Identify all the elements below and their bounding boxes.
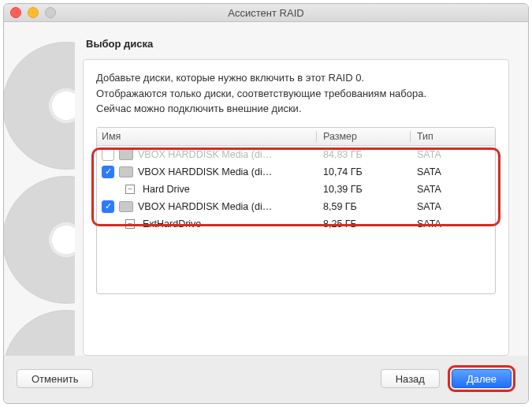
- hard-disk-icon: [119, 166, 133, 177]
- disk-type: SATA: [410, 149, 495, 160]
- close-icon[interactable]: [10, 7, 21, 18]
- titlebar: Ассистент RAID: [4, 4, 528, 22]
- hard-disk-icon: [119, 201, 133, 212]
- disk-type: SATA: [410, 166, 495, 177]
- disk-name: ExtHardDrive: [143, 218, 201, 230]
- disk-size: 10,74 ГБ: [316, 166, 410, 177]
- disk-name: VBOX HARDDISK Media (di…: [138, 166, 272, 177]
- disk-checkbox[interactable]: [102, 166, 114, 178]
- disk-size: 84,83 ГБ: [316, 149, 410, 160]
- disk-checkbox: [102, 148, 114, 161]
- back-button[interactable]: Назад: [381, 369, 440, 388]
- disk-size: 8,25 ГБ: [316, 218, 410, 230]
- disk-type: SATA: [410, 184, 495, 195]
- disk-name: VBOX HARDDISK Media (di…: [138, 149, 272, 160]
- collapse-icon[interactable]: –: [125, 219, 135, 229]
- main-panel: Добавьте диски, которые нужно включить в…: [83, 59, 509, 356]
- footer: Отменить Назад Далее: [4, 356, 528, 403]
- next-button[interactable]: Далее: [452, 369, 512, 388]
- intro-text: Добавьте диски, которые нужно включить в…: [96, 71, 496, 118]
- window-title: Ассистент RAID: [228, 7, 303, 19]
- disk-type: SATA: [410, 201, 495, 212]
- disk-name: VBOX HARDDISK Media (di…: [138, 201, 272, 212]
- page-title: Выбор диска: [86, 38, 509, 50]
- zoom-icon: [45, 7, 56, 18]
- cancel-button[interactable]: Отменить: [17, 369, 93, 388]
- collapse-icon[interactable]: –: [125, 185, 135, 194]
- disk-type: SATA: [410, 218, 495, 230]
- disk-name: Hard Drive: [143, 184, 190, 195]
- disk-size: 10,39 ГБ: [316, 184, 410, 195]
- table-row[interactable]: –ExtHardDrive8,25 ГБSATA: [97, 215, 495, 233]
- disk-size: 8,59 ГБ: [316, 201, 410, 212]
- minimize-icon[interactable]: [28, 7, 39, 18]
- table-header: Имя Размер Тип: [97, 128, 495, 146]
- table-row[interactable]: –Hard Drive10,39 ГБSATA: [97, 181, 495, 198]
- sidebar-art: [4, 22, 75, 356]
- raid-assistant-window: Ассистент RAID Выбор диска Добавьте диск…: [3, 3, 529, 404]
- table-row[interactable]: VBOX HARDDISK Media (di…10,74 ГБSATA: [97, 163, 495, 181]
- header-name[interactable]: Имя: [97, 131, 316, 142]
- header-type[interactable]: Тип: [410, 131, 495, 142]
- hard-disk-icon: [119, 149, 133, 160]
- disk-table: Имя Размер Тип VBOX HARDDISK Media (di…8…: [96, 127, 496, 294]
- table-row[interactable]: VBOX HARDDISK Media (di…8,59 ГБSATA: [97, 198, 495, 215]
- table-row[interactable]: VBOX HARDDISK Media (di…84,83 ГБSATA: [97, 146, 495, 163]
- disk-checkbox[interactable]: [102, 200, 114, 213]
- annotation-highlight-next: Далее: [448, 365, 515, 392]
- header-size[interactable]: Размер: [316, 131, 410, 142]
